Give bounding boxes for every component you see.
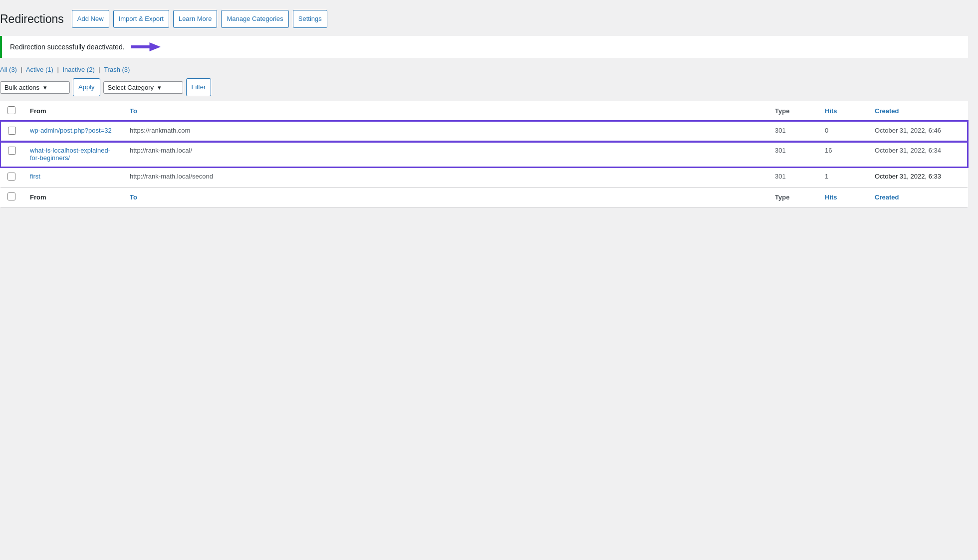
row-to-cell: http://rank-math.local/second [123,167,768,187]
arrow-icon [131,41,161,53]
bulk-actions-dropdown[interactable]: Bulk actions [0,81,70,94]
from-link[interactable]: wp-admin/post.php?post=32 [30,127,112,134]
settings-button[interactable]: Settings [293,10,327,28]
row-checkbox-cell[interactable] [0,167,23,187]
status-links: All (3) | Active (1) | Inactive (2) | Tr… [0,66,968,73]
row-checkbox[interactable] [8,127,16,135]
row-type-cell: 301 [768,142,818,168]
status-link-trash[interactable]: Trash (3) [104,66,130,73]
manage-categories-button[interactable]: Manage Categories [221,10,288,28]
redirections-table-wrap: From To Type Hits Created wp-admin/post.… [0,101,968,207]
table-row: wp-admin/post.php?post=32 https://rankma… [0,121,968,142]
chevron-down-icon [41,84,47,91]
col-header-type: Type [768,101,818,121]
row-from-cell: first [23,167,123,187]
page-title: Redirections [0,12,64,26]
bulk-actions-label: Bulk actions [4,84,39,91]
learn-more-button[interactable]: Learn More [173,10,217,28]
table-row: first http://rank-math.local/second 301 … [0,167,968,187]
controls-row: Bulk actions Apply Select Category Filte… [0,78,968,96]
from-link[interactable]: first [30,173,40,180]
footer-col-from: From [23,187,123,207]
redirections-table: From To Type Hits Created wp-admin/post.… [0,101,968,207]
from-link[interactable]: what-is-localhost-explained-for-beginner… [30,147,110,162]
row-type-cell: 301 [768,121,818,142]
table-row: what-is-localhost-explained-for-beginner… [0,142,968,168]
apply-button[interactable]: Apply [73,78,100,96]
footer-col-to: To [123,187,768,207]
svg-marker-0 [131,42,161,51]
row-checkbox-cell[interactable] [0,142,23,168]
footer-col-hits: Hits [818,187,868,207]
page-header: Redirections Add New Import & Export Lea… [0,10,968,28]
footer-col-type: Type [768,187,818,207]
filter-button[interactable]: Filter [186,78,212,96]
row-created-cell: October 31, 2022, 6:46 [868,121,968,142]
row-hits-cell: 1 [818,167,868,187]
add-new-button[interactable]: Add New [72,10,109,28]
row-checkbox-cell[interactable] [0,121,23,142]
row-from-cell: what-is-localhost-explained-for-beginner… [23,142,123,168]
footer-col-created: Created [868,187,968,207]
table-footer-row: From To Type Hits Created [0,187,968,207]
select-all-checkbox[interactable] [7,106,15,114]
row-checkbox[interactable] [7,173,15,181]
status-link-active[interactable]: Active (1) [26,66,53,73]
col-header-created: Created [868,101,968,121]
select-all-checkbox-footer[interactable] [7,192,15,200]
select-all-checkbox-header[interactable] [0,101,23,121]
notice-text: Redirection successfully deactivated. [10,43,125,51]
status-link-inactive[interactable]: Inactive (2) [62,66,94,73]
status-link-all[interactable]: All (3) [0,66,17,73]
success-notice: Redirection successfully deactivated. [0,36,968,58]
row-created-cell: October 31, 2022, 6:34 [868,142,968,168]
import-export-button[interactable]: Import & Export [113,10,169,28]
row-created-cell: October 31, 2022, 6:33 [868,167,968,187]
row-hits-cell: 16 [818,142,868,168]
col-header-from: From [23,101,123,121]
row-type-cell: 301 [768,167,818,187]
row-hits-cell: 0 [818,121,868,142]
row-to-cell: https://rankmath.com [123,121,768,142]
col-header-to: To [123,101,768,121]
col-header-hits: Hits [818,101,868,121]
row-to-cell: http://rank-math.local/ [123,142,768,168]
chevron-down-icon [156,84,161,91]
select-all-checkbox-footer[interactable] [0,187,23,207]
row-from-cell: wp-admin/post.php?post=32 [23,121,123,142]
select-category-dropdown[interactable]: Select Category [103,81,183,94]
select-category-label: Select Category [108,84,154,91]
table-header-row: From To Type Hits Created [0,101,968,121]
row-checkbox[interactable] [8,147,16,155]
